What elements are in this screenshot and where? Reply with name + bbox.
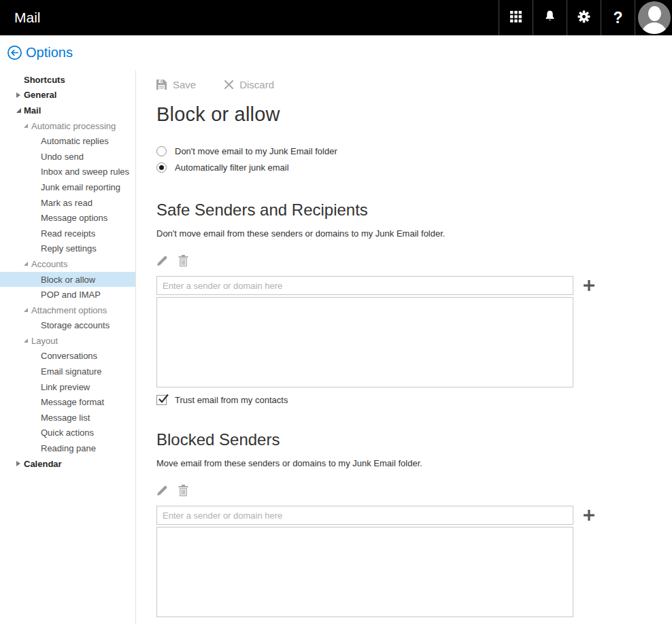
gear-icon [577,10,590,26]
sender-list-box[interactable] [156,297,573,387]
radio-option-1[interactable]: Automatically filter junk email [156,159,672,175]
tree-collapsed-icon[interactable] [16,461,24,466]
sidebar-item-pop-and-imap[interactable]: POP and IMAP [0,287,135,302]
radio-button[interactable] [156,162,167,173]
list-actions-row [156,255,672,266]
command-toolbar: Save Discard [156,79,672,90]
add-entry-button[interactable] [583,509,595,521]
sidebar-item-inbox-and-sweep-rules[interactable]: Inbox and sweep rules [0,164,135,180]
trash-icon [178,255,188,266]
tree-expanded-icon[interactable] [24,308,31,312]
sidebar-item-label: Reply settings [41,243,97,254]
sidebar-item-label: Link preview [41,382,90,392]
sidebar-item-conversations[interactable]: Conversations [0,349,135,364]
sidebar-item-label: Message format [41,397,104,407]
sender-sections: Safe Senders and Recipients Don't move e… [156,201,672,624]
sidebar-item-email-signature[interactable]: Email signature [0,364,135,379]
sidebar-item-label: Undo send [41,152,84,162]
section-title: Safe Senders and Recipients [156,201,672,220]
sidebar-item-calendar[interactable]: Calendar [0,456,135,472]
add-entry-button[interactable] [583,279,595,292]
app-title: Mail [0,0,499,35]
sidebar-item-label: Email signature [41,366,102,377]
tree-expanded-icon[interactable] [24,124,31,128]
sidebar-item-mail[interactable]: Mail [0,103,135,118]
settings-button[interactable] [567,0,601,35]
sidebar-item-label: Block or allow [41,275,95,285]
radio-label: Don't move email to my Junk Email folder [175,146,337,156]
save-button-label: Save [173,79,196,90]
block-or-allow-panel: Save Discard Block or allow Don't move e… [136,70,672,624]
sidebar-item-mark-as-read[interactable]: Mark as read [0,195,135,211]
trash-icon [178,485,188,496]
help-button[interactable]: ? [601,0,635,35]
section-checkbox-row[interactable]: Trust email from my contacts [156,395,672,405]
sidebar-item-label: Conversations [41,351,97,361]
sidebar-item-automatic-replies[interactable]: Automatic replies [0,133,135,149]
sidebar-item-message-list[interactable]: Message list [0,410,135,426]
sender-list-box[interactable] [156,527,573,617]
notifications-button[interactable] [533,0,567,35]
radio-button[interactable] [156,146,167,156]
tree-collapsed-icon[interactable] [16,92,24,98]
options-header-row: Options [0,35,672,70]
edit-button[interactable] [156,485,168,496]
sidebar-item-label: Junk email reporting [41,182,120,192]
sidebar-item-reading-pane[interactable]: Reading pane [0,440,135,456]
sidebar-item-message-options[interactable]: Message options [0,210,135,226]
sidebar-item-label: Inbox and sweep rules [41,167,129,177]
section-blocked-senders: Blocked Senders Move email from these se… [156,430,672,624]
save-button[interactable]: Save [156,79,196,90]
section-description: Move email from these senders or domains… [156,458,672,468]
plus-icon [583,279,595,292]
sidebar-item-quick-actions[interactable]: Quick actions [0,426,135,441]
sidebar-item-automatic-processing[interactable]: Automatic processing [0,118,135,134]
sidebar-item-attachment-options[interactable]: Attachment options [0,302,135,318]
help-icon: ? [613,9,622,27]
sidebar-item-layout[interactable]: Layout [0,333,135,349]
pencil-icon [156,485,168,496]
delete-button[interactable] [178,255,188,266]
app-launcher-button[interactable] [499,0,533,35]
sidebar-item-label: General [24,90,56,100]
sidebar-item-read-receipts[interactable]: Read receipts [0,226,135,241]
sidebar-item-label: Mail [24,105,41,116]
radio-option-0[interactable]: Don't move email to my Junk Email folder [156,143,672,159]
app-topbar: Mail [0,0,672,35]
sidebar-item-undo-send[interactable]: Undo send [0,149,135,164]
sidebar-item-shortcuts[interactable]: Shortcuts [0,72,135,88]
tree-expanded-icon[interactable] [24,262,31,266]
sidebar-item-general[interactable]: General [0,88,135,103]
tree-expanded-icon[interactable] [16,108,24,113]
sidebar-item-label: POP and IMAP [41,290,101,300]
back-to-options-link[interactable]: Options [7,45,73,60]
sidebar-item-label: Automatic processing [31,121,116,131]
section-safe-senders-and-recipients: Safe Senders and Recipients Don't move e… [156,201,672,405]
sidebar-item-label: Quick actions [41,428,94,438]
delete-button[interactable] [178,485,188,496]
tree-expanded-icon[interactable] [24,339,31,343]
sidebar-item-label: Message options [41,213,107,223]
back-arrow-icon [7,45,22,60]
sidebar-item-label: Message list [41,413,90,423]
edit-button[interactable] [156,255,168,266]
add-entry-row [156,506,672,525]
sidebar-item-label: Read receipts [41,228,95,239]
sidebar-item-label: Reading pane [41,443,96,453]
sidebar-item-link-preview[interactable]: Link preview [0,379,135,395]
sidebar-item-reply-settings[interactable]: Reply settings [0,241,135,257]
sidebar-item-junk-email-reporting[interactable]: Junk email reporting [0,179,135,195]
sidebar-item-accounts[interactable]: Accounts [0,256,135,272]
checkbox-label: Trust email from my contacts [175,395,288,405]
sidebar-item-block-or-allow[interactable]: Block or allow [0,272,135,288]
sender-or-domain-input[interactable] [156,276,573,295]
checkbox[interactable] [156,395,167,405]
sidebar-item-message-format[interactable]: Message format [0,394,135,410]
back-link-label: Options [26,45,73,60]
sidebar-item-storage-accounts[interactable]: Storage accounts [0,318,135,334]
discard-button[interactable]: Discard [224,79,274,90]
pencil-icon [156,255,168,266]
account-button[interactable] [635,0,672,35]
sender-or-domain-input[interactable] [156,506,573,525]
bell-icon [544,10,556,25]
